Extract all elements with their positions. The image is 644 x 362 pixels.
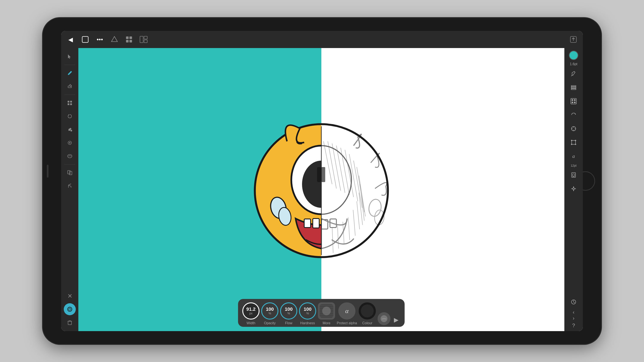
flow-ring[interactable]: 100 %: [280, 302, 297, 320]
svg-rect-94: [572, 174, 575, 176]
opacity-value: 100: [266, 307, 274, 312]
delete-tool[interactable]: [64, 317, 76, 329]
svg-rect-80: [574, 99, 576, 101]
svg-point-89: [571, 140, 572, 141]
more-control: More: [318, 302, 335, 325]
svg-rect-8: [144, 40, 147, 43]
modify-icon[interactable]: [568, 68, 580, 80]
flow-unit: %: [288, 312, 290, 315]
grid-select-tool[interactable]: [64, 97, 76, 109]
help-button[interactable]: ?: [572, 323, 575, 329]
protect-alpha-button[interactable]: α: [338, 302, 356, 320]
canvas-button[interactable]: [79, 33, 91, 45]
back-button[interactable]: ◀: [64, 33, 77, 45]
svg-point-17: [70, 130, 72, 131]
svg-rect-4: [126, 40, 128, 42]
active-brush-indicator[interactable]: [64, 303, 76, 315]
svg-rect-22: [69, 171, 72, 175]
color-picker[interactable]: [569, 51, 578, 60]
side-button[interactable]: [47, 165, 48, 178]
sample-tool[interactable]: [64, 180, 76, 192]
close-tool[interactable]: ✕: [64, 290, 76, 302]
hardness-ring[interactable]: 100 %: [299, 302, 316, 320]
svg-point-20: [68, 154, 72, 158]
magic-icon[interactable]: [568, 183, 580, 195]
svg-marker-1: [112, 36, 118, 42]
width-label: Width: [246, 321, 255, 325]
colour-button[interactable]: [359, 302, 376, 320]
svg-rect-32: [317, 167, 321, 182]
lasso-tool[interactable]: [64, 110, 76, 122]
svg-rect-25: [68, 321, 72, 325]
svg-rect-58: [321, 167, 325, 182]
canvas-area[interactable]: 91.2 px Width 100 % Opacity: [78, 48, 564, 331]
svg-rect-21: [68, 170, 70, 174]
svg-point-24: [69, 308, 71, 310]
smear-button[interactable]: [378, 312, 390, 325]
svg-rect-78: [571, 98, 576, 104]
fill-tool[interactable]: [64, 123, 76, 136]
adjust-icon[interactable]: [568, 123, 580, 135]
opacity-control: 100 % Opacity: [261, 302, 278, 325]
layers-icon[interactable]: [568, 81, 580, 93]
colour-label: Colour: [362, 321, 372, 325]
alpha-symbol: α: [345, 307, 348, 315]
cursor-tool[interactable]: [64, 51, 76, 63]
svg-rect-3: [130, 36, 132, 39]
svg-point-19: [69, 142, 70, 143]
svg-rect-75: [571, 86, 576, 87]
svg-rect-76: [571, 87, 576, 88]
width-control: 91.2 px Width: [242, 302, 260, 325]
svg-rect-82: [574, 102, 576, 103]
nav-arrows: ‹ ›: [573, 310, 574, 321]
brushes-icon[interactable]: [568, 95, 580, 107]
pen-tool[interactable]: [64, 67, 76, 79]
svg-rect-88: [572, 140, 576, 144]
svg-rect-81: [572, 102, 573, 103]
width-ring[interactable]: 91.2 px: [242, 302, 260, 320]
svg-rect-79: [572, 99, 573, 101]
layout-button[interactable]: [138, 33, 150, 45]
toolbar-divider-1: [64, 65, 75, 65]
top-bar: ◀ •••: [61, 31, 583, 48]
flow-value: 100: [285, 307, 293, 312]
affinity-icon[interactable]: [108, 33, 120, 45]
svg-rect-0: [82, 36, 88, 42]
clone-tool[interactable]: [64, 167, 76, 179]
more-button[interactable]: [318, 302, 335, 320]
rotate-icon[interactable]: [568, 109, 580, 121]
grid-view-button[interactable]: [123, 33, 135, 45]
svg-rect-5: [130, 40, 132, 42]
history-icon[interactable]: [568, 296, 580, 308]
svg-rect-6: [140, 36, 143, 43]
export-button[interactable]: [567, 33, 580, 45]
left-toolbar: ✕: [61, 48, 78, 331]
svg-point-73: [322, 307, 331, 315]
dropper-tool[interactable]: [64, 137, 76, 149]
character-artwork: [78, 48, 564, 331]
nav-prev[interactable]: ‹: [573, 310, 574, 315]
flow-control: 100 % Flow: [280, 302, 297, 325]
smear-control: [378, 312, 390, 325]
opacity-label: Opacity: [264, 321, 276, 325]
flow-label: Flow: [285, 321, 292, 325]
svg-rect-2: [126, 36, 128, 39]
eraser-tool[interactable]: [64, 80, 76, 92]
document-icon[interactable]: [568, 169, 580, 181]
protect-alpha-control: α Protect alpha: [337, 302, 357, 325]
text-icon[interactable]: a: [568, 150, 580, 162]
width-unit: px: [249, 312, 252, 315]
svg-rect-77: [571, 89, 576, 90]
blur-tool[interactable]: [64, 150, 76, 162]
more-button[interactable]: •••: [94, 33, 106, 45]
transform-icon[interactable]: [568, 136, 580, 148]
hardness-label: Hardness: [300, 321, 315, 325]
play-button[interactable]: ▶: [392, 315, 400, 325]
nav-next[interactable]: ›: [573, 316, 574, 321]
protect-alpha-label: Protect alpha: [337, 321, 357, 325]
opacity-unit: %: [268, 312, 271, 315]
svg-rect-7: [144, 36, 147, 39]
opacity-ring[interactable]: 100 %: [261, 302, 278, 320]
svg-point-91: [571, 144, 572, 145]
svg-rect-15: [70, 103, 72, 105]
